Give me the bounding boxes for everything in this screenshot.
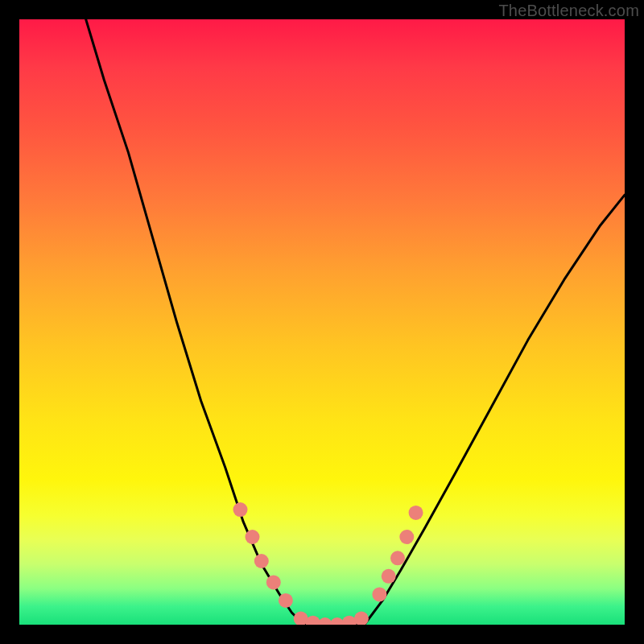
bead-marker — [233, 502, 248, 517]
bead-marker — [409, 506, 423, 520]
chart-frame: TheBottleneck.com — [0, 0, 644, 644]
curve-layer — [86, 19, 625, 625]
bead-marker — [266, 575, 281, 589]
bead-marker — [382, 569, 396, 584]
bead-layer — [233, 502, 423, 625]
chart-plot-area — [19, 19, 625, 625]
bead-marker — [390, 551, 405, 565]
bead-marker — [246, 530, 260, 544]
bead-marker — [279, 593, 293, 608]
bead-marker — [372, 587, 386, 601]
bead-marker — [354, 612, 369, 625]
chart-canvas — [19, 19, 625, 625]
bead-marker — [399, 530, 414, 544]
series-left-curve — [86, 19, 304, 625]
bead-marker — [254, 554, 269, 568]
watermark-text: TheBottleneck.com — [498, 2, 639, 20]
